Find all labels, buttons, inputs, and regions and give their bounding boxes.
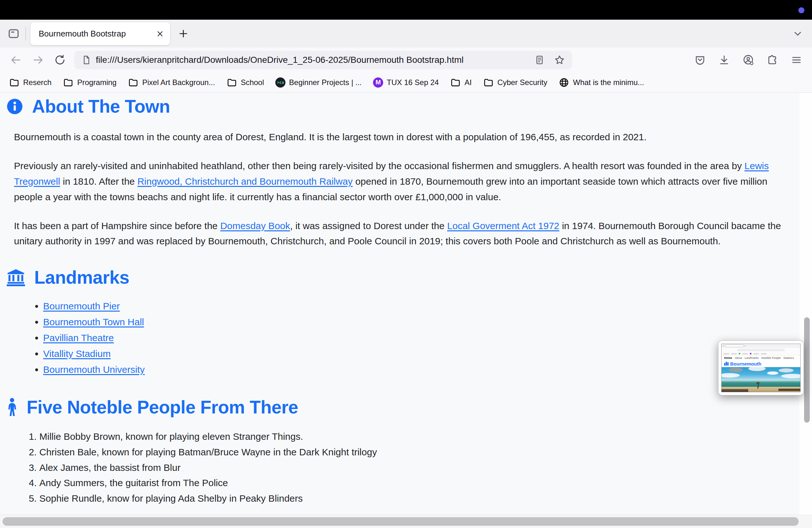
landmark-icon xyxy=(6,269,26,287)
bookmark-item[interactable]: Programing xyxy=(63,77,116,88)
bookmark-item[interactable]: Reserch xyxy=(9,77,52,88)
reader-mode-icon xyxy=(534,55,545,66)
bookmark-star-button[interactable] xyxy=(554,54,565,66)
bookmark-label: Cyber Security xyxy=(497,78,547,87)
navigation-toolbar: file:///Users/kieranpritchard/Downloads/… xyxy=(0,47,812,72)
vertical-scrollbar-thumb[interactable] xyxy=(804,317,810,423)
account-button[interactable] xyxy=(742,54,754,66)
menu-button[interactable] xyxy=(791,54,802,66)
inline-link[interactable]: Domesday Book xyxy=(220,220,290,231)
reload-icon xyxy=(54,54,66,66)
bookmark-item[interactable]: Pixel Art Backgroun... xyxy=(128,77,215,88)
bookmark-item[interactable]: Cyber Security xyxy=(483,77,547,88)
mini-nav-item: Landmarks xyxy=(745,356,759,359)
bookmark-label: What is the minimu... xyxy=(573,78,644,87)
thumbnail-mini-window: HomeAboutLandmarksNoteble PeopleStatisic… xyxy=(721,344,801,392)
text-segment: It has been a part of Hampshire since be… xyxy=(14,220,220,231)
bookmark-item[interactable]: >caBeginner Projects | ... xyxy=(275,77,362,88)
tab-close-button[interactable] xyxy=(156,29,164,38)
person-list-item: Christen Bale, known for playing Batman/… xyxy=(39,444,798,460)
forward-button[interactable] xyxy=(32,54,44,66)
tab-separator xyxy=(25,27,26,40)
downloads-button[interactable] xyxy=(718,54,730,66)
download-icon xyxy=(718,54,730,66)
mini-navbar: HomeAboutLandmarksNoteble PeopleStatisic… xyxy=(722,355,800,360)
reload-button[interactable] xyxy=(54,54,66,66)
browser-tab[interactable]: Bournemouth Bootstrap xyxy=(30,22,170,45)
bookmark-label: Reserch xyxy=(23,78,52,87)
back-button[interactable] xyxy=(10,54,22,66)
horizontal-scrollbar-thumb[interactable] xyxy=(2,517,799,526)
landmark-list-item: Pavillian Theatre xyxy=(43,330,798,346)
mini-brand-label: Bournemouth xyxy=(730,361,761,367)
person-list-item: Sophie Rundle, know for playing Ada Shel… xyxy=(39,491,798,506)
landmark-list-item: Bournemouth Town Hall xyxy=(43,314,798,330)
tab-bar: Bournemouth Bootstrap xyxy=(0,20,812,47)
nav-buttons xyxy=(10,54,66,66)
vertical-scrollbar-track[interactable] xyxy=(799,93,812,515)
info-circle-icon xyxy=(6,97,24,115)
bookmark-label: Pixel Art Backgroun... xyxy=(142,78,215,87)
landmark-link[interactable]: Bournemouth University xyxy=(43,364,145,375)
text-segment: Previously an rarely-visited and uninhab… xyxy=(14,160,744,171)
status-dot xyxy=(798,7,804,13)
bookmark-item[interactable]: What is the minimu... xyxy=(559,77,644,88)
landmark-list-item: Vitallity Stadium xyxy=(43,346,798,362)
mini-tab-row xyxy=(722,344,800,348)
inline-link[interactable]: Ringwood, Christchurch and Bournemouth R… xyxy=(137,176,353,187)
folder-icon xyxy=(9,77,20,88)
back-arrow-icon xyxy=(10,54,22,66)
toolbar-icons xyxy=(694,54,802,66)
horizontal-scrollbar-track[interactable] xyxy=(0,515,812,528)
puzzle-extensions-icon xyxy=(766,54,778,66)
globe-icon xyxy=(559,77,569,88)
close-icon xyxy=(156,29,164,38)
bookmark-label: Beginner Projects | ... xyxy=(289,78,362,87)
landmark-list-item: Bournemouth Pier xyxy=(43,299,798,314)
section-heading-people: Five Noteble People From There xyxy=(6,397,798,417)
url-text: file:///Users/kieranpritchard/Downloads/… xyxy=(96,55,534,65)
mini-icon-dot xyxy=(744,345,746,346)
chevron-down-icon xyxy=(792,28,804,40)
mini-tab xyxy=(725,345,743,347)
section-heading-landmarks: Landmarks xyxy=(6,267,798,288)
new-tab-button[interactable] xyxy=(178,28,189,39)
url-bar[interactable]: file:///Users/kieranpritchard/Downloads/… xyxy=(74,51,572,69)
bookmark-item[interactable]: MTUX 16 Sep 24 xyxy=(373,77,439,88)
pocket-icon xyxy=(694,54,706,66)
landmark-link[interactable]: Pavillian Theatre xyxy=(43,332,114,343)
extensions-button[interactable] xyxy=(766,54,778,66)
mini-icon-dot xyxy=(723,345,724,346)
landmark-link[interactable]: Bournemouth Pier xyxy=(43,301,120,311)
mini-bookmarks-row xyxy=(722,352,800,355)
landmark-link[interactable]: Vitallity Stadium xyxy=(43,348,111,359)
mini-brand: Bournemouth xyxy=(722,360,800,367)
menubar-strip xyxy=(0,0,812,20)
bookmark-item[interactable]: AI xyxy=(450,77,472,88)
folder-icon xyxy=(128,77,139,88)
list-all-tabs-button[interactable] xyxy=(792,28,804,40)
codecademy-favicon: >ca xyxy=(275,77,286,88)
mini-buildings-icon xyxy=(724,362,728,366)
section-heading-about: About The Town xyxy=(6,96,798,117)
mini-nav-item: About xyxy=(735,356,742,359)
inline-link[interactable]: Local Goverment Act 1972 xyxy=(447,220,560,231)
screenshot-preview-thumbnail[interactable]: HomeAboutLandmarksNoteble PeopleStatisic… xyxy=(718,341,804,395)
bookmark-label: TUX 16 Sep 24 xyxy=(387,78,439,87)
landmark-list-item: Bournemouth University xyxy=(43,362,798,377)
mini-nav-item: Noteble People xyxy=(761,356,781,359)
mini-beach-photo xyxy=(722,367,800,392)
reader-mode-button[interactable] xyxy=(534,55,545,66)
section-title: Landmarks xyxy=(34,267,129,288)
star-icon xyxy=(554,54,565,66)
account-icon xyxy=(742,54,754,66)
section-title: Five Noteble People From There xyxy=(27,397,298,417)
firefox-view-button[interactable] xyxy=(7,27,20,40)
text-segment: in 1810. After the xyxy=(60,176,137,187)
tab-title: Bournemouth Bootstrap xyxy=(39,29,153,39)
person-icon xyxy=(6,398,18,417)
text-segment: Bournemouth is a coastal town in the cou… xyxy=(14,132,647,142)
bookmark-item[interactable]: School xyxy=(227,77,264,88)
landmark-link[interactable]: Bournemouth Town Hall xyxy=(43,317,144,327)
pocket-button[interactable] xyxy=(694,54,706,66)
